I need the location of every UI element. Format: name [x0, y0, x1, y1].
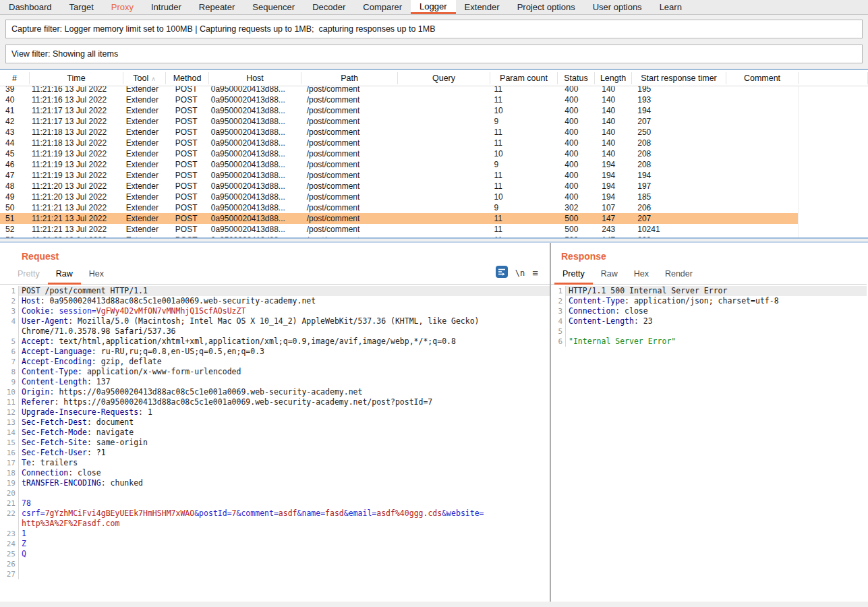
tab-render[interactable]: Render [657, 266, 701, 285]
request-raw-editor[interactable]: 1POST /post/comment HTTP/1.12Host: 0a950… [0, 286, 550, 579]
burp-suite-logger-window: DashboardTargetProxyIntruderRepeaterSequ… [0, 0, 868, 602]
cell-param-count: 9 [490, 203, 557, 212]
cell-host: 0a9500020413d88... [209, 181, 301, 191]
line-number: 1 [0, 286, 19, 296]
cell-start-response-timer: 195 [631, 86, 726, 94]
log-row[interactable]: 5211:21:21 13 Jul 2022ExtenderPOST0a9500… [0, 224, 798, 235]
column-header-param-count[interactable]: Param count [490, 72, 558, 84]
column-header-host[interactable]: Host [209, 72, 301, 84]
code-line: 4User-Agent: Mozilla/5.0 (Macintosh; Int… [0, 316, 550, 326]
editor-menu-icon[interactable]: ≡ [532, 269, 538, 277]
main-tab-sequencer[interactable]: Sequencer [243, 0, 303, 14]
cell-time: 11:21:20 13 Jul 2022 [30, 181, 123, 191]
column-header-length[interactable]: Length [595, 72, 632, 84]
main-tab-proxy[interactable]: Proxy [103, 0, 142, 14]
cell-tool: Extender [123, 106, 166, 115]
main-tab-decoder[interactable]: Decoder [303, 0, 354, 14]
code-line: 25Q [0, 549, 550, 559]
cell-path: /post/comment [301, 225, 398, 234]
cell-tool: Extender [123, 127, 166, 137]
log-row[interactable]: 5311:21:22 13 Jul 2022ExtenderPOST0a9500… [0, 235, 798, 239]
cell-start-response-timer: 193 [631, 95, 726, 105]
column-header--[interactable]: # [0, 72, 30, 84]
cell-tool: Extender [123, 235, 166, 239]
code-line: 15Sec-Fetch-Site: same-origin [0, 438, 550, 448]
tab-hex[interactable]: Hex [81, 266, 112, 285]
main-tab-dashboard[interactable]: Dashboard [0, 0, 61, 14]
cell-length: 140 [594, 106, 631, 115]
cell-status: 400 [557, 181, 594, 191]
log-row[interactable]: 4511:21:19 13 Jul 2022ExtenderPOST0a9500… [0, 148, 798, 159]
log-row[interactable]: 4611:21:19 13 Jul 2022ExtenderPOST0a9500… [0, 159, 798, 170]
cell-length: 140 [594, 127, 631, 137]
log-table-body[interactable]: 3911:21:16 13 Jul 2022ExtenderPOST0a9500… [0, 86, 868, 239]
wrap-lines-icon[interactable] [496, 266, 508, 281]
main-tab-learn[interactable]: Learn [651, 0, 691, 14]
line-text: Sec-Fetch-Dest: document [19, 417, 550, 428]
log-row[interactable]: 4211:21:17 13 Jul 2022ExtenderPOST0a9500… [0, 116, 798, 127]
line-text: Cookie: session=VgFWy4D2vMfON7vMNMhjQ1Sc… [19, 306, 550, 316]
tab-raw[interactable]: Raw [593, 266, 626, 285]
cell-num: 42 [0, 117, 30, 126]
main-tab-target[interactable]: Target [61, 0, 103, 14]
code-line: 6Accept-Language: ru-RU,ru;q=0.8,en-US;q… [0, 347, 550, 357]
cell-host: 0a9500020413d88... [209, 160, 301, 169]
tab-pretty[interactable]: Pretty [554, 266, 593, 285]
main-tab-extender[interactable]: Extender [456, 0, 509, 14]
cell-num: 53 [0, 235, 30, 239]
log-row[interactable]: 4711:21:19 13 Jul 2022ExtenderPOST0a9500… [0, 170, 798, 181]
tab-raw[interactable]: Raw [48, 266, 81, 285]
log-row[interactable]: 3911:21:16 13 Jul 2022ExtenderPOST0a9500… [0, 86, 798, 94]
column-header-status[interactable]: Status [558, 72, 595, 84]
cell-method: POST [166, 86, 209, 94]
tab-hex[interactable]: Hex [626, 266, 657, 285]
newline-visibility-toggle[interactable]: \n [515, 268, 525, 278]
line-number: 5 [0, 337, 19, 347]
column-header-start-response-timer[interactable]: Start response timer [632, 72, 726, 84]
main-tab-comparer[interactable]: Comparer [354, 0, 411, 14]
main-tab-intruder[interactable]: Intruder [142, 0, 190, 14]
main-tab-project-options[interactable]: Project options [509, 0, 584, 14]
main-tab-user-options[interactable]: User options [584, 0, 651, 14]
line-number: 22 [0, 509, 19, 519]
cell-start-response-timer: 250 [631, 127, 726, 137]
tab-pretty[interactable]: Pretty [9, 266, 48, 285]
log-row[interactable]: 4011:21:16 13 Jul 2022ExtenderPOST0a9500… [0, 94, 798, 105]
log-row[interactable]: 4111:21:17 13 Jul 2022ExtenderPOST0a9500… [0, 105, 798, 116]
cell-path: /post/comment [301, 171, 398, 180]
cell-param-count: 9 [490, 117, 557, 126]
request-title: Request [0, 243, 550, 262]
cell-status: 500 [557, 225, 594, 234]
line-text: 1 [19, 529, 550, 539]
code-line: Chrome/71.0.3578.98 Safari/537.36 [0, 326, 550, 337]
capture-filter-bar[interactable]: Capture filter: Logger memory limit set … [5, 20, 863, 38]
line-text: Chrome/71.0.3578.98 Safari/537.36 [19, 326, 550, 337]
code-line: 1POST /post/comment HTTP/1.1 [0, 286, 550, 296]
line-text: Accept-Language: ru-RU,ru;q=0.8,en-US;q=… [19, 347, 550, 357]
cell-path: /post/comment [301, 95, 398, 105]
log-row[interactable]: 4911:21:20 13 Jul 2022ExtenderPOST0a9500… [0, 192, 798, 202]
cell-start-response-timer: 10241 [631, 225, 726, 234]
log-row[interactable]: 4311:21:18 13 Jul 2022ExtenderPOST0a9500… [0, 127, 798, 138]
cell-time: 11:21:21 13 Jul 2022 [30, 214, 123, 223]
log-row[interactable]: 5011:21:21 13 Jul 2022ExtenderPOST0a9500… [0, 202, 798, 213]
code-line: 2178 [0, 498, 550, 509]
line-number: 12 [0, 407, 19, 417]
column-header-path[interactable]: Path [301, 72, 398, 84]
view-filter-bar[interactable]: View filter: Showing all items [5, 45, 863, 63]
log-row[interactable]: 4411:21:18 13 Jul 2022ExtenderPOST0a9500… [0, 138, 798, 148]
cell-path: /post/comment [301, 214, 398, 223]
cell-start-response-timer: 207 [631, 214, 726, 223]
column-header-time[interactable]: Time [30, 72, 123, 84]
log-row-selected[interactable]: 5111:21:21 13 Jul 2022ExtenderPOST0a9500… [0, 213, 798, 224]
cell-method: POST [166, 149, 209, 158]
cell-time: 11:21:22 13 Jul 2022 [30, 235, 123, 239]
response-pretty-editor[interactable]: 1HTTP/1.1 500 Internal Server Error2Cont… [551, 286, 867, 347]
main-tab-logger[interactable]: Logger [411, 0, 455, 14]
column-header-query[interactable]: Query [398, 72, 490, 84]
log-row[interactable]: 4811:21:20 13 Jul 2022ExtenderPOST0a9500… [0, 181, 798, 192]
main-tab-repeater[interactable]: Repeater [190, 0, 243, 14]
column-header-tool[interactable]: Tool∧ [123, 72, 166, 84]
column-header-method[interactable]: Method [166, 72, 209, 84]
column-header-comment[interactable]: Comment [726, 72, 799, 84]
